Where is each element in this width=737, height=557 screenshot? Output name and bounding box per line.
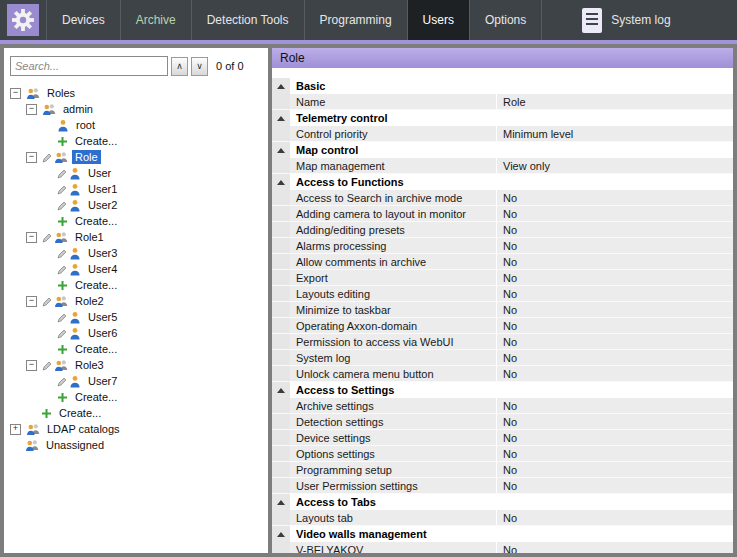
system-log-button[interactable]: System log bbox=[570, 0, 682, 40]
tree-item-label: LDAP catalogs bbox=[44, 422, 123, 436]
search-prev-button[interactable]: ∧ bbox=[171, 57, 188, 76]
tree-item-create[interactable]: Create... bbox=[4, 277, 268, 293]
tree-item-user1[interactable]: User1 bbox=[4, 181, 268, 197]
property-value[interactable]: No bbox=[497, 366, 733, 381]
tree-item-user4[interactable]: User4 bbox=[4, 261, 268, 277]
tab-archive[interactable]: Archive bbox=[120, 0, 191, 40]
collapse-icon[interactable]: − bbox=[26, 360, 37, 371]
property-row-unlock-camera-menu-button[interactable]: Unlock camera menu buttonNo bbox=[272, 366, 733, 382]
property-value[interactable]: No bbox=[497, 350, 733, 365]
tree-item-role[interactable]: −Role bbox=[4, 149, 268, 165]
collapse-icon[interactable]: − bbox=[26, 152, 37, 163]
tree-item-user5[interactable]: User5 bbox=[4, 309, 268, 325]
property-row-layouts-tab[interactable]: Layouts tabNo bbox=[272, 510, 733, 526]
property-row-v-belyakov[interactable]: V-BELYAKOVNo bbox=[272, 542, 733, 553]
property-row-adding-camera-to-layout-in-monitor[interactable]: Adding camera to layout in monitorNo bbox=[272, 206, 733, 222]
settings-gear-tab[interactable] bbox=[0, 0, 46, 40]
tree-item-roles[interactable]: −Roles bbox=[4, 85, 268, 101]
property-row-export[interactable]: ExportNo bbox=[272, 270, 733, 286]
property-value[interactable]: No bbox=[497, 478, 733, 493]
property-row-programming-setup[interactable]: Programming setupNo bbox=[272, 462, 733, 478]
tree-item-user6[interactable]: User6 bbox=[4, 325, 268, 341]
category-name: Telemetry control bbox=[290, 112, 388, 124]
tree-item-create[interactable]: Create... bbox=[4, 405, 268, 421]
property-value[interactable]: No bbox=[497, 206, 733, 221]
tree-item-create[interactable]: Create... bbox=[4, 133, 268, 149]
property-category-telemetry-control[interactable]: Telemetry control bbox=[272, 110, 733, 126]
tree-item-user2[interactable]: User2 bbox=[4, 197, 268, 213]
tree-item-root[interactable]: root bbox=[4, 117, 268, 133]
property-row-map-management[interactable]: Map managementView only bbox=[272, 158, 733, 174]
property-value[interactable]: No bbox=[497, 398, 733, 413]
property-row-access-to-search-in-archive-mode[interactable]: Access to Search in archive modeNo bbox=[272, 190, 733, 206]
tree-item-create[interactable]: Create... bbox=[4, 213, 268, 229]
tab-programming[interactable]: Programming bbox=[304, 0, 407, 40]
tree-item-role1[interactable]: −Role1 bbox=[4, 229, 268, 245]
collapse-triangle-icon bbox=[277, 532, 285, 537]
tree-item-role3[interactable]: −Role3 bbox=[4, 357, 268, 373]
search-input[interactable] bbox=[10, 56, 168, 76]
tree-item-user[interactable]: User bbox=[4, 165, 268, 181]
property-row-name[interactable]: NameRole bbox=[272, 94, 733, 110]
property-value[interactable]: No bbox=[497, 446, 733, 461]
collapse-icon[interactable]: − bbox=[26, 296, 37, 307]
tree-item-ldap-catalogs[interactable]: +LDAP catalogs bbox=[4, 421, 268, 437]
property-value[interactable]: No bbox=[497, 318, 733, 333]
tree-item-user3[interactable]: User3 bbox=[4, 245, 268, 261]
tab-detection-tools[interactable]: Detection Tools bbox=[191, 0, 304, 40]
tree-item-label: Role3 bbox=[72, 358, 107, 372]
property-category-access-to-settings[interactable]: Access to Settings bbox=[272, 382, 733, 398]
tree-item-create[interactable]: Create... bbox=[4, 341, 268, 357]
property-row-system-log[interactable]: System logNo bbox=[272, 350, 733, 366]
property-row-options-settings[interactable]: Options settingsNo bbox=[272, 446, 733, 462]
property-value[interactable]: View only bbox=[497, 158, 733, 173]
collapse-icon[interactable]: − bbox=[26, 232, 37, 243]
property-row-user-permission-settings[interactable]: User Permission settingsNo bbox=[272, 478, 733, 494]
tab-users[interactable]: Users bbox=[407, 0, 469, 40]
group-icon bbox=[54, 359, 68, 372]
property-value[interactable]: No bbox=[497, 334, 733, 349]
tab-options[interactable]: Options bbox=[469, 0, 542, 40]
property-category-map-control[interactable]: Map control bbox=[272, 142, 733, 158]
property-row-alarms-processing[interactable]: Alarms processingNo bbox=[272, 238, 733, 254]
tree-item-role2[interactable]: −Role2 bbox=[4, 293, 268, 309]
property-value[interactable]: No bbox=[497, 414, 733, 429]
property-row-permission-to-access-via-webui[interactable]: Permission to access via WebUINo bbox=[272, 334, 733, 350]
tree-item-label: Create... bbox=[72, 390, 120, 404]
tree-item-admin[interactable]: −admin bbox=[4, 101, 268, 117]
property-category-basic[interactable]: Basic bbox=[272, 78, 733, 94]
property-value[interactable]: No bbox=[497, 430, 733, 445]
tree-item-create[interactable]: Create... bbox=[4, 389, 268, 405]
property-category-access-to-functions[interactable]: Access to Functions bbox=[272, 174, 733, 190]
property-value[interactable]: No bbox=[497, 254, 733, 269]
property-row-minimize-to-taskbar[interactable]: Minimize to taskbarNo bbox=[272, 302, 733, 318]
property-row-control-priority[interactable]: Control priorityMinimum level bbox=[272, 126, 733, 142]
property-category-access-to-tabs[interactable]: Access to Tabs bbox=[272, 494, 733, 510]
property-row-device-settings[interactable]: Device settingsNo bbox=[272, 430, 733, 446]
property-row-detection-settings[interactable]: Detection settingsNo bbox=[272, 414, 733, 430]
property-value[interactable]: No bbox=[497, 286, 733, 301]
search-next-button[interactable]: ∨ bbox=[191, 57, 208, 76]
property-row-archive-settings[interactable]: Archive settingsNo bbox=[272, 398, 733, 414]
tree-item-unassigned[interactable]: Unassigned bbox=[4, 437, 268, 453]
tab-devices[interactable]: Devices bbox=[46, 0, 120, 40]
property-row-layouts-editing[interactable]: Layouts editingNo bbox=[272, 286, 733, 302]
property-value[interactable]: No bbox=[497, 190, 733, 205]
property-value[interactable]: No bbox=[497, 222, 733, 237]
tree-item-user7[interactable]: User7 bbox=[4, 373, 268, 389]
collapse-icon[interactable]: − bbox=[26, 104, 37, 115]
property-value[interactable]: No bbox=[497, 238, 733, 253]
property-value[interactable]: Role bbox=[497, 94, 733, 109]
expand-icon[interactable]: + bbox=[10, 424, 21, 435]
property-value[interactable]: No bbox=[497, 462, 733, 477]
property-value[interactable]: No bbox=[497, 542, 733, 553]
property-value[interactable]: No bbox=[497, 270, 733, 285]
property-value[interactable]: No bbox=[497, 510, 733, 525]
collapse-icon[interactable]: − bbox=[10, 88, 21, 99]
property-row-allow-comments-in-archive[interactable]: Allow comments in archiveNo bbox=[272, 254, 733, 270]
property-category-video-walls-management[interactable]: Video walls management bbox=[272, 526, 733, 542]
property-row-operating-axxon-domain[interactable]: Operating Axxon-domainNo bbox=[272, 318, 733, 334]
property-value[interactable]: Minimum level bbox=[497, 126, 733, 141]
property-value[interactable]: No bbox=[497, 302, 733, 317]
property-row-adding-editing-presets[interactable]: Adding/editing presetsNo bbox=[272, 222, 733, 238]
